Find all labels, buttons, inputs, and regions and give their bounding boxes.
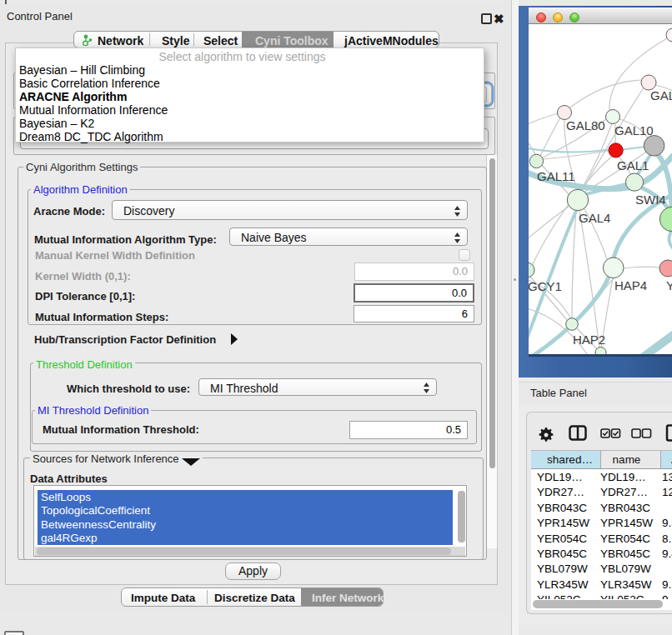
svg-text:GCY1: GCY1 (529, 279, 562, 293)
svg-text:GAL11: GAL11 (537, 169, 575, 183)
svg-text:GAL4: GAL4 (579, 211, 610, 225)
svg-text:SWI4: SWI4 (635, 192, 666, 207)
svg-text:GAL7: GAL7 (650, 88, 672, 102)
svg-text:Y: Y (666, 278, 672, 292)
svg-text:HAP2: HAP2 (573, 332, 605, 347)
svg-text:GAL1: GAL1 (617, 158, 649, 172)
svg-text:GAL80: GAL80 (566, 118, 605, 132)
svg-text:GAL10: GAL10 (614, 123, 654, 138)
svg-text:HAP4: HAP4 (614, 278, 647, 292)
